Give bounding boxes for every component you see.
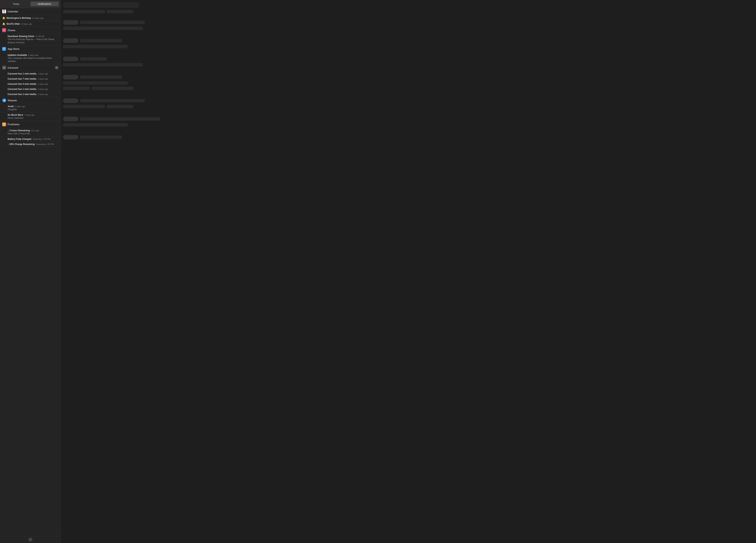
spacer-4: [63, 68, 754, 73]
right-row-8: [63, 75, 754, 79]
blur-btn-1: [63, 20, 78, 25]
blur-btn-4: [63, 75, 78, 79]
carousel-close-button[interactable]: ✕: [55, 66, 58, 69]
fruitjuice-time-battery: Yesterday, 7:54 PM: [32, 138, 51, 140]
fruitjuice-time-3h: 51m ago: [31, 129, 39, 132]
calendar-icon: CAL 22: [2, 9, 6, 13]
notifications-tab[interactable]: Notifications: [30, 2, 59, 6]
carousel-section: ⊞ Carousel ✕ Carousel has 1 new media. 2…: [0, 64, 61, 97]
calendar-header: CAL 22 Calendar: [0, 8, 61, 15]
fruitjuice-title-39: ↓ 39% Charge Remaining: [8, 143, 35, 146]
calendar-section: CAL 22 Calendar 🔔 Washington's Birthday …: [0, 8, 61, 27]
spacer-5: [63, 92, 754, 97]
right-row-3: [63, 27, 754, 30]
blur-btn-6: [63, 117, 78, 121]
blur-block-9: [80, 75, 122, 79]
notif-time-heartbeat: 11:38 AM: [36, 35, 44, 37]
fruitjuice-time-39: Yesterday, 6:35 PM: [36, 143, 54, 145]
notif-title-washington: Washington's Birthday: [6, 17, 31, 19]
fruitjuice-title-battery: Battery Fully Charged: [8, 138, 31, 140]
today-tab[interactable]: Today: [2, 2, 30, 6]
notif-time-updates: 6 days ago: [28, 54, 38, 56]
shazam-app-name: Shazam: [8, 99, 58, 102]
fruitjuice-section: 🍋 FruitJuice ↓ 3 hours Remaining 51m ago…: [0, 121, 61, 147]
carousel-notif-2: Carousel has 7 new media. 2 days ago: [0, 76, 61, 81]
shazam-icon: S: [2, 98, 6, 102]
blur-block-4: [63, 27, 143, 30]
blur-block-5: [80, 39, 122, 42]
blur-block-3: [80, 21, 145, 24]
carousel-notif-5: Carousel has 1 new media. 5 days ago: [0, 92, 61, 97]
appstore-app-name: App Store: [8, 47, 58, 50]
blur-block-15: [107, 105, 133, 108]
heartbeat-notif: Heartbeat Slowing Down 11:38 AM The All-…: [0, 34, 61, 45]
shazam-body-somuchmore: Henry Jackman: [8, 116, 58, 120]
notifications-list: CAL 22 Calendar 🔔 Washington's Birthday …: [0, 8, 61, 536]
updates-notif: Updates Available 6 days ago Your comput…: [0, 52, 61, 64]
bell-icon: 🔔: [2, 16, 5, 19]
right-row-14: [63, 123, 754, 127]
carousel-title-3: Carousel has 4 new media.: [8, 83, 37, 85]
washington-birthday-notif: 🔔 Washington's Birthday 22 days ago: [0, 15, 61, 21]
blur-block-11: [63, 87, 90, 90]
right-blur-top: [63, 2, 139, 8]
right-row-12: [63, 105, 754, 108]
appstore-section: A App Store Updates Available 6 days ago…: [0, 46, 61, 64]
blur-block-10: [63, 81, 128, 85]
blur-block-18: [80, 135, 122, 139]
notif-title-ideate: IDeATe Dfab: [6, 23, 20, 25]
svg-point-0: [30, 539, 31, 540]
blur-btn-7: [63, 135, 78, 139]
notif-title-heartbeat: Heartbeat Slowing Down: [8, 35, 34, 38]
carousel-time-2: 2 days ago: [38, 78, 48, 80]
spacer-6: [63, 110, 754, 115]
carousel-header: ⊞ Carousel ✕: [0, 64, 61, 71]
notif-time-washington: 22 days ago: [32, 17, 44, 19]
carousel-app-name: Carousel: [8, 66, 53, 69]
blur-block-17: [63, 123, 128, 127]
blur-block-8: [63, 63, 143, 66]
carousel-title-5: Carousel has 1 new media.: [8, 93, 37, 96]
right-row-15: [63, 135, 754, 139]
itunes-section: ♫ iTunes Heartbeat Slowing Down 11:38 AM…: [0, 27, 61, 46]
blur-btn-2: [63, 38, 78, 43]
shazam-title-somuchmore: So Much More: [8, 114, 23, 116]
shazam-title-youth: Youth: [8, 105, 14, 108]
fruitjuice-3hours-notif: ↓ 3 hours Remaining 51m ago Next: with 2…: [0, 128, 61, 136]
carousel-icon: ⊞: [2, 66, 6, 70]
notif-time-ideate: 23 days ago: [21, 23, 32, 25]
carousel-title-1: Carousel has 1 new media.: [8, 72, 37, 75]
right-row-2: [63, 20, 754, 25]
carousel-title-2: Carousel has 7 new media.: [8, 78, 37, 80]
fruitjuice-39pct-notif: ↓ 39% Charge Remaining Yesterday, 6:35 P…: [0, 142, 61, 147]
right-row-10: [63, 87, 754, 90]
spacer-2: [63, 32, 754, 36]
shazam-time-somuchmore: 7 days ago: [24, 114, 35, 116]
spacer-1: [63, 15, 754, 18]
right-panel: [61, 0, 756, 543]
blur-block-16: [80, 117, 160, 121]
ideate-dfab-notif: 🔔 IDeATe Dfab 23 days ago: [0, 21, 61, 27]
settings-icon[interactable]: [28, 538, 32, 541]
shazam-time-youth: 2 days ago: [15, 105, 25, 108]
right-row-1: [63, 10, 754, 13]
shazam-youth-notif: Youth 2 days ago Daughter: [0, 104, 61, 112]
notif-body-heartbeat: The All-American Rejects — Kids In the S…: [8, 38, 58, 44]
appstore-icon: A: [2, 47, 6, 51]
right-row-11: [63, 98, 754, 103]
right-row-7: [63, 63, 754, 66]
carousel-time-4: 5 days ago: [38, 88, 48, 90]
spacer-7: [63, 128, 754, 133]
fruitjuice-body-3h: Next: with 2 hours left.: [8, 132, 58, 135]
carousel-notif-1: Carousel has 1 new media. 2 days ago: [0, 71, 61, 76]
blur-block-13: [80, 99, 145, 102]
carousel-time-5: 5 days ago: [38, 93, 48, 95]
blur-block-1: [63, 10, 105, 13]
blur-block-6: [63, 45, 128, 48]
blur-btn-5: [63, 98, 78, 103]
fruitjuice-app-name: FruitJuice: [8, 123, 58, 126]
right-row-5: [63, 45, 754, 48]
blur-block-14: [63, 105, 105, 108]
carousel-time-3: 2 days ago: [38, 83, 48, 85]
appstore-header: A App Store: [0, 46, 61, 52]
